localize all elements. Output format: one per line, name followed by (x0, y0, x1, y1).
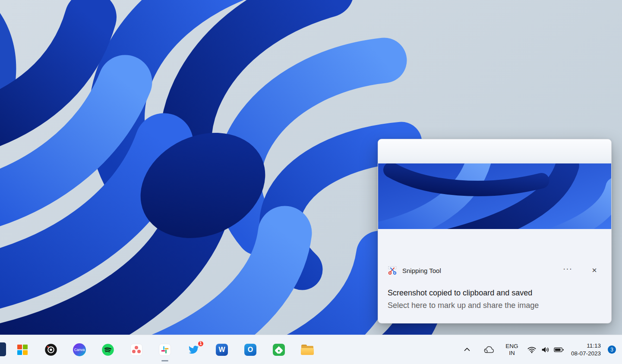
screenshot-preview-top (378, 139, 611, 163)
taskbar-icon-feedly[interactable] (270, 341, 287, 358)
toast-close-button[interactable]: ✕ (587, 264, 602, 277)
taskbar-icon-slack[interactable] (156, 341, 174, 358)
taskbar-icon-word[interactable]: W (213, 341, 230, 358)
toast-app-name: Snipping Tool (402, 267, 441, 274)
spotify-icon (101, 343, 114, 356)
tray-language-switcher[interactable]: ENG IN (503, 340, 521, 359)
system-tray: ENG IN (461, 340, 622, 359)
tray-show-hidden-icons-button[interactable] (461, 340, 474, 359)
toast-subtitle: Select here to mark up and share the ima… (388, 301, 602, 310)
volume-icon (540, 345, 550, 355)
taskbar-icon-canva[interactable]: Canva (71, 341, 88, 358)
notification-center-badge[interactable]: 3 (608, 345, 616, 354)
feedly-icon (273, 344, 285, 356)
slack-icon (159, 344, 171, 356)
taskbar: Canva (0, 335, 622, 364)
taskbar-icon-twitter[interactable]: 1 (185, 341, 202, 358)
wifi-icon (527, 345, 537, 355)
start-button[interactable] (14, 341, 31, 358)
windows-desktop: Snipping Tool ··· ✕ Screenshot copied to… (0, 0, 622, 364)
camera-lens-icon (44, 343, 57, 356)
language-region: IN (509, 350, 515, 357)
taskbar-icon-outlook[interactable]: O (242, 341, 259, 358)
chevron-up-icon (462, 345, 472, 355)
tray-time: 11:13 (587, 342, 601, 350)
screenshot-preview-image (378, 139, 611, 229)
outlook-letter: O (248, 346, 253, 354)
word-icon: W (216, 344, 228, 356)
tray-quick-settings[interactable] (527, 340, 564, 359)
asana-icon (130, 344, 142, 356)
taskbar-icon-asana[interactable] (128, 341, 145, 358)
onedrive-cloud-sync-icon (483, 345, 496, 355)
canva-wordmark: Canva (74, 348, 85, 352)
taskbar-icon-camera-app[interactable] (42, 341, 60, 358)
tray-clock[interactable]: 11:13 08-07-2023 (568, 340, 603, 359)
tray-date: 08-07-2023 (571, 350, 601, 358)
snipping-tool-notification[interactable]: Snipping Tool ··· ✕ Screenshot copied to… (378, 139, 612, 323)
toast-title: Screenshot copied to clipboard and saved (388, 289, 602, 298)
taskbar-app-icons: Canva (0, 341, 316, 358)
taskbar-icon-clipped-app[interactable] (0, 342, 6, 356)
tray-onedrive-button[interactable] (481, 340, 497, 359)
toast-more-options-button[interactable]: ··· (560, 264, 575, 277)
twitter-notification-badge: 1 (197, 340, 204, 347)
taskbar-icon-file-explorer[interactable] (299, 341, 316, 358)
outlook-icon: O (244, 344, 256, 356)
battery-icon (554, 346, 564, 353)
word-letter: W (218, 346, 225, 354)
snipping-tool-icon (388, 266, 397, 275)
language-code: ENG (505, 343, 518, 350)
folder-icon (301, 345, 314, 355)
taskbar-icon-spotify[interactable] (99, 341, 117, 358)
canva-icon: Canva (73, 343, 86, 356)
windows-logo-icon (17, 345, 28, 355)
active-app-indicator (161, 360, 168, 361)
